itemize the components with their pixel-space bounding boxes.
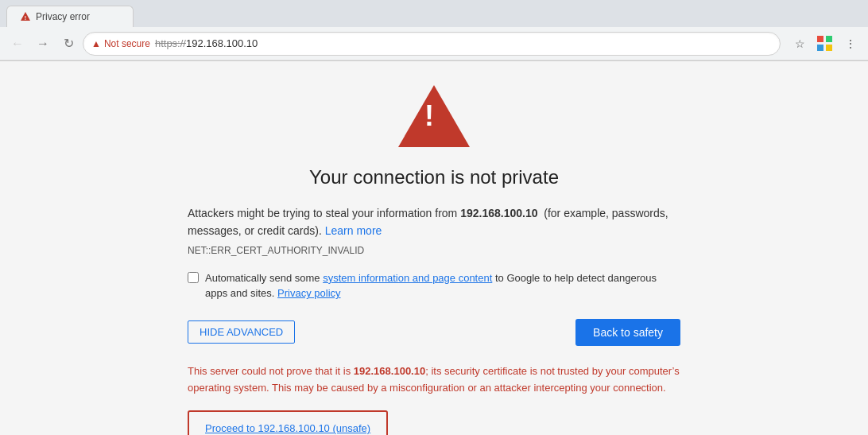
checkbox-label: Automatically send some system informati… <box>205 270 680 301</box>
windows-icon <box>817 36 833 52</box>
not-secure-badge: ▲ Not secure <box>91 38 150 49</box>
address-url: https://192.168.100.10 <box>155 37 258 49</box>
privacy-policy-link[interactable]: Privacy policy <box>277 287 340 299</box>
nav-bar: ← → ↻ ▲ Not secure https://192.168.100.1… <box>0 27 868 60</box>
back-to-safety-button[interactable]: Back to safety <box>575 319 680 346</box>
advanced-text: This server could not prove that it is 1… <box>188 363 680 397</box>
error-code: NET::ERR_CERT_AUTHORITY_INVALID <box>188 245 680 256</box>
checkbox-label-part1: Automatically send some <box>205 272 323 284</box>
tab-favicon: ! <box>20 11 31 22</box>
reload-button[interactable]: ↻ <box>57 33 79 55</box>
hide-advanced-button[interactable]: HIDE ADVANCED <box>188 320 295 344</box>
description-part1: Attackers might be trying to steal your … <box>188 207 460 219</box>
svg-text:!: ! <box>25 15 26 21</box>
learn-more-link[interactable]: Learn more <box>325 224 382 237</box>
not-secure-label: Not secure <box>104 38 150 49</box>
description-text: Attackers might be trying to steal your … <box>188 204 680 240</box>
button-row: HIDE ADVANCED Back to safety <box>188 319 680 346</box>
page-content: Your connection is not private Attackers… <box>0 61 868 435</box>
tab-bar: ! Privacy error <box>0 0 868 27</box>
back-button[interactable]: ← <box>6 33 29 55</box>
page-heading: Your connection is not private <box>309 166 559 188</box>
nav-right: ☆ ⋮ <box>789 33 862 55</box>
description-ip: 192.168.100.10 <box>460 207 537 219</box>
browser-tab[interactable]: ! Privacy error <box>6 6 134 27</box>
system-info-link[interactable]: system information and page content <box>323 272 492 284</box>
tab-title: Privacy error <box>36 11 90 22</box>
browser-chrome: ! Privacy error ← → ↻ ▲ Not secure https… <box>0 0 868 61</box>
proceed-link[interactable]: Proceed to 192.168.100.10 (unsafe) <box>205 422 370 434</box>
checkbox-row: Automatically send some system informati… <box>188 270 680 301</box>
advanced-text-ip: 192.168.100.10 <box>354 365 425 377</box>
address-bar[interactable]: ▲ Not secure https://192.168.100.10 <box>83 32 781 56</box>
bookmark-button[interactable]: ☆ <box>789 33 811 55</box>
more-button[interactable]: ⋮ <box>839 33 862 55</box>
warning-icon: ▲ <box>91 38 101 49</box>
content-box: Attackers might be trying to steal your … <box>188 204 680 435</box>
windows-button[interactable] <box>814 33 836 55</box>
url-strikethrough: https:// <box>155 37 186 49</box>
warning-triangle <box>398 85 470 147</box>
advanced-text-part1: This server could not prove that it is <box>188 365 354 377</box>
send-info-checkbox[interactable] <box>188 272 199 283</box>
url-plain: 192.168.100.10 <box>186 37 258 49</box>
proceed-box[interactable]: Proceed to 192.168.100.10 (unsafe) <box>188 410 388 435</box>
forward-button[interactable]: → <box>32 33 54 55</box>
